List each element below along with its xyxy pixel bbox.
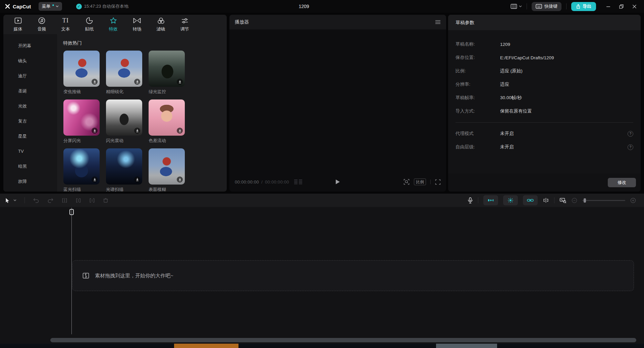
- category-disco[interactable]: 迪厅: [3, 68, 57, 83]
- split-right-button[interactable]: [89, 198, 95, 203]
- field-value[interactable]: E:/EFI/CapCut Drafts/1209: [500, 55, 554, 60]
- effect-card[interactable]: 表面模糊: [149, 148, 185, 192]
- restore-button[interactable]: [619, 4, 624, 9]
- help-icon[interactable]: ?: [628, 131, 633, 137]
- divider: [478, 197, 478, 203]
- timeline-zoom-slider[interactable]: [582, 200, 625, 201]
- effect-thumbnail[interactable]: [63, 51, 100, 87]
- playhead-line[interactable]: [71, 208, 72, 334]
- effect-card[interactable]: 精细锐化: [106, 51, 142, 95]
- field-value[interactable]: 适应 (原始): [500, 68, 523, 74]
- fullscreen-icon[interactable]: [435, 179, 441, 185]
- preview-axis-button[interactable]: [543, 198, 549, 203]
- undo-button[interactable]: [33, 198, 39, 203]
- delete-button[interactable]: [103, 198, 108, 203]
- timeline-area[interactable]: 素材拖拽到这里，开始你的大作吧~: [0, 207, 644, 344]
- linkage-toggle[interactable]: [523, 195, 538, 205]
- effect-label: 精细锐化: [106, 89, 142, 95]
- category-tv[interactable]: TV: [3, 144, 57, 159]
- tab-effects[interactable]: 特效: [101, 16, 125, 33]
- effect-card[interactable]: 变焦推镜: [63, 51, 100, 95]
- timeline-zoom-in-button[interactable]: [630, 198, 636, 203]
- effect-thumbnail[interactable]: [106, 51, 142, 87]
- timecode-separator: /: [261, 180, 263, 185]
- modify-button[interactable]: 修改: [608, 178, 636, 187]
- redo-button[interactable]: [47, 198, 54, 203]
- workspace-layout-button[interactable]: [511, 4, 522, 9]
- field-framerate: 草稿帧率: 30.00帧/秒: [455, 91, 633, 105]
- effect-card[interactable]: 光谱扫描: [106, 148, 142, 192]
- category-glitch[interactable]: 故障: [3, 174, 57, 189]
- effect-thumbnail[interactable]: [149, 148, 185, 185]
- download-icon[interactable]: [134, 79, 140, 85]
- media-drop-zone[interactable]: 素材拖拽到这里，开始你的大作吧~: [72, 260, 634, 291]
- shortcuts-button[interactable]: 快捷键: [532, 2, 561, 11]
- effect-card[interactable]: 蓝光扫描: [63, 148, 100, 192]
- category-camera[interactable]: 镜头: [3, 53, 57, 68]
- field-value[interactable]: 未开启: [500, 144, 514, 150]
- tab-audio[interactable]: 音频: [30, 16, 54, 33]
- minimize-button[interactable]: [606, 4, 610, 9]
- effect-card[interactable]: 绿光监控: [149, 51, 185, 95]
- category-opening-closing[interactable]: 开闭幕: [3, 38, 57, 53]
- tab-sticker[interactable]: 贴纸: [77, 16, 101, 33]
- download-icon[interactable]: [177, 79, 183, 85]
- download-icon[interactable]: [177, 128, 183, 134]
- category-christmas[interactable]: 圣诞: [3, 83, 57, 98]
- export-button[interactable]: 导出: [571, 2, 596, 11]
- adjust-icon: [181, 17, 188, 24]
- filter-icon: [157, 17, 165, 24]
- effect-label: 绿光监控: [149, 89, 185, 95]
- category-light[interactable]: 光效: [3, 98, 57, 114]
- download-icon[interactable]: [92, 128, 98, 134]
- preview-quality-icon[interactable]: [404, 179, 410, 185]
- chevron-down-icon: [519, 5, 522, 7]
- download-icon[interactable]: [92, 177, 98, 183]
- effect-thumbnail[interactable]: [149, 51, 185, 87]
- split-button[interactable]: [75, 198, 81, 203]
- tab-text[interactable]: TI 文本: [54, 16, 77, 33]
- field-value[interactable]: 30.00帧/秒: [500, 95, 522, 101]
- tab-adjust[interactable]: 调节: [173, 16, 197, 33]
- field-value[interactable]: 保留在原有位置: [500, 108, 532, 114]
- ratio-button[interactable]: 比例: [414, 179, 426, 185]
- help-icon[interactable]: ?: [628, 144, 633, 150]
- download-icon[interactable]: [134, 128, 140, 134]
- field-value[interactable]: 1209: [500, 42, 510, 47]
- field-value[interactable]: 适应: [500, 81, 509, 87]
- effect-thumbnail[interactable]: [63, 99, 100, 136]
- timeline-zoom-slider-handle[interactable]: [584, 198, 586, 203]
- record-voiceover-button[interactable]: [468, 197, 473, 204]
- transition-icon: [133, 17, 141, 24]
- tab-filter[interactable]: 滤镜: [149, 16, 173, 33]
- main-track-magnet-toggle[interactable]: [483, 195, 498, 205]
- effect-thumbnail[interactable]: [63, 148, 100, 185]
- category-stars[interactable]: 星星: [3, 129, 57, 144]
- effect-card[interactable]: 色差流动: [149, 99, 185, 144]
- timeline-horizontal-scrollbar[interactable]: [50, 338, 636, 342]
- playhead-handle[interactable]: [69, 209, 74, 215]
- menu-button[interactable]: 菜单: [39, 2, 62, 11]
- category-retro[interactable]: 复古: [3, 114, 57, 129]
- player-panel: 播放器 00:00:00:00 / 00:00:00:00 比例: [229, 15, 446, 192]
- split-left-button[interactable]: [62, 198, 67, 203]
- player-menu-icon[interactable]: [435, 20, 441, 24]
- select-tool-button[interactable]: [5, 198, 16, 203]
- auto-snap-toggle[interactable]: [503, 195, 518, 205]
- timeline-zoom-out-button[interactable]: [572, 198, 577, 203]
- effect-thumbnail[interactable]: [106, 148, 142, 185]
- timeline-fit-button[interactable]: [559, 197, 567, 203]
- download-icon[interactable]: [134, 177, 140, 183]
- effect-thumbnail[interactable]: [149, 99, 185, 136]
- effect-card[interactable]: 闪光震动: [106, 99, 142, 144]
- tab-transition[interactable]: 转场: [125, 16, 149, 33]
- download-icon[interactable]: [177, 177, 183, 183]
- effect-thumbnail[interactable]: [106, 99, 142, 136]
- effect-card[interactable]: 分屏闪光: [63, 99, 100, 144]
- download-icon[interactable]: [92, 79, 98, 85]
- play-button[interactable]: [335, 179, 340, 185]
- field-value[interactable]: 未开启: [500, 131, 514, 137]
- category-dark[interactable]: 暗黑: [3, 159, 57, 174]
- tab-media[interactable]: 媒体: [6, 16, 30, 33]
- close-button[interactable]: [632, 4, 637, 9]
